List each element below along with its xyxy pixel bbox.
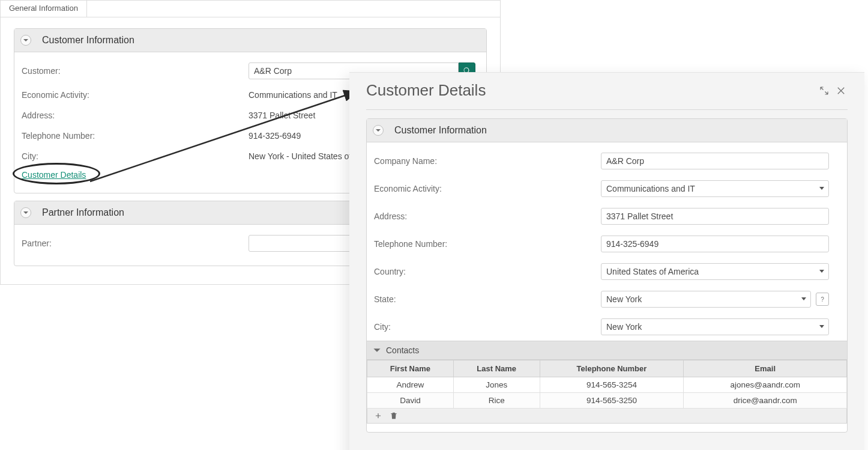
customer-details-link[interactable]: Customer Details <box>22 170 86 180</box>
section-header-modal[interactable]: Customer Information <box>367 119 847 142</box>
contacts-title: Contacts <box>386 345 419 355</box>
label-address: Address: <box>22 111 249 120</box>
value-economic: Communications and IT <box>249 90 337 100</box>
chevron-down-icon <box>373 346 381 354</box>
label-economic: Economic Activity: <box>374 184 601 193</box>
cell-last: Rice <box>453 393 540 409</box>
close-icon[interactable] <box>834 84 848 97</box>
expand-icon[interactable] <box>818 84 831 97</box>
cell-first: David <box>367 393 454 409</box>
label-company: Company Name: <box>374 156 601 166</box>
label-partner: Partner: <box>22 239 249 248</box>
cell-phone: 914-565-3250 <box>540 393 684 409</box>
table-row[interactable]: Andrew Jones 914-565-3254 ajones@aandr.c… <box>367 377 847 393</box>
help-button[interactable]: ? <box>816 293 829 306</box>
modal-header: Customer Details <box>349 73 864 100</box>
label-address: Address: <box>374 211 601 221</box>
col-email: Email <box>684 360 847 377</box>
label-state: State: <box>374 294 601 304</box>
label-city: City: <box>22 151 249 161</box>
city-select[interactable] <box>601 318 829 335</box>
tab-bar: General Information <box>1 1 500 17</box>
value-city: New York - United States of A <box>249 151 359 161</box>
section-title: Customer Information <box>394 125 487 136</box>
value-address: 3371 Pallet Street <box>249 111 315 120</box>
col-first: First Name <box>367 360 454 377</box>
tab-general[interactable]: General Information <box>1 1 87 17</box>
modal-section-body: Company Name: Economic Activity: Address… <box>367 142 847 432</box>
telephone-input[interactable] <box>601 236 829 252</box>
add-row-button[interactable] <box>373 411 383 421</box>
chevron-down-icon <box>20 35 31 46</box>
cell-first: Andrew <box>367 377 454 393</box>
delete-row-button[interactable] <box>389 411 399 421</box>
col-last: Last Name <box>453 360 540 377</box>
country-select[interactable] <box>601 263 829 280</box>
contacts-table: First Name Last Name Telephone Number Em… <box>367 360 847 409</box>
label-telephone: Telephone Number: <box>374 239 601 249</box>
modal-customer-details: Customer Details Customer Information Co… <box>349 72 864 450</box>
label-economic: Economic Activity: <box>22 90 249 100</box>
modal-body: Customer Information Company Name: Econo… <box>349 110 864 443</box>
economic-select[interactable] <box>601 180 829 197</box>
value-telephone: 914-325-6949 <box>249 131 301 141</box>
address-input[interactable] <box>601 208 829 225</box>
label-country: Country: <box>374 267 601 276</box>
state-select[interactable] <box>601 291 811 308</box>
section-modal-customer: Customer Information Company Name: Econo… <box>366 118 848 433</box>
cell-email: drice@aandr.com <box>684 393 847 409</box>
cell-phone: 914-565-3254 <box>540 377 684 393</box>
label-city: City: <box>374 322 601 332</box>
section-title: Customer Information <box>42 35 134 46</box>
company-input[interactable] <box>601 153 829 169</box>
contacts-header-row: First Name Last Name Telephone Number Em… <box>367 360 847 377</box>
section-title: Partner Information <box>42 207 124 218</box>
chevron-down-icon <box>20 207 31 218</box>
contacts-header[interactable]: Contacts <box>367 341 847 360</box>
modal-footer: Save Cancel <box>349 443 864 450</box>
cell-last: Jones <box>453 377 540 393</box>
section-header-customer[interactable]: Customer Information <box>14 29 486 52</box>
modal-title: Customer Details <box>366 81 814 100</box>
table-row[interactable]: David Rice 914-565-3250 drice@aandr.com <box>367 393 847 409</box>
label-telephone: Telephone Number: <box>22 131 249 141</box>
chevron-down-icon <box>373 125 384 136</box>
contacts-toolbar <box>367 409 847 424</box>
label-customer: Customer: <box>22 66 249 76</box>
col-phone: Telephone Number <box>540 360 684 377</box>
cell-email: ajones@aandr.com <box>684 377 847 393</box>
